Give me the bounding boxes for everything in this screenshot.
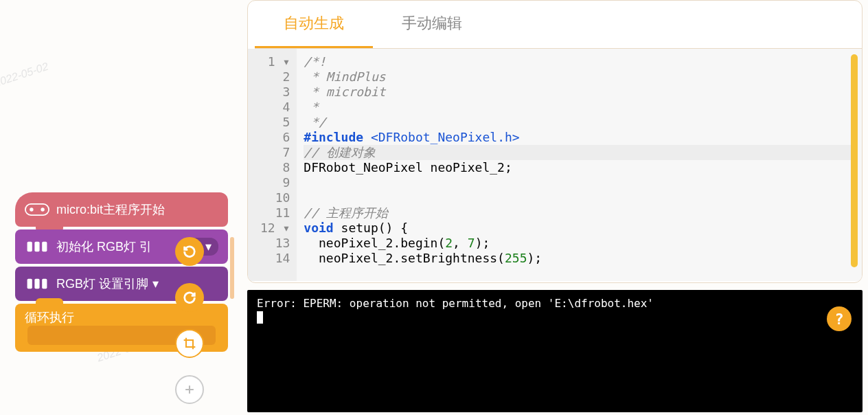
svg-rect-6 — [27, 279, 32, 289]
editor-scrollbar[interactable] — [851, 54, 858, 267]
block-label: micro:bit主程序开始 — [56, 201, 165, 218]
block-microbit-start[interactable]: micro:bit主程序开始 — [15, 192, 228, 227]
block-label: RGB灯 设置引脚 — [56, 276, 148, 292]
svg-point-1 — [30, 208, 33, 211]
svg-rect-4 — [34, 242, 39, 251]
tab-auto-generate[interactable]: 自动生成 — [255, 1, 373, 48]
svg-rect-8 — [42, 279, 47, 289]
svg-rect-3 — [27, 242, 32, 251]
watermark: 2022-05-02 — [0, 60, 50, 89]
redo-button[interactable] — [175, 283, 204, 312]
block-label: 初始化 RGB灯 引 — [56, 238, 152, 255]
chevron-down-icon: ▾ — [152, 276, 159, 291]
microbit-icon — [25, 201, 49, 218]
code-editor[interactable]: 1 ▾ 2 3 4 5 6 7 8 9 10 11 12 ▾ 13 14 /*!… — [248, 49, 862, 281]
code-content[interactable]: /*! * MindPlus * microbit * */ #include … — [297, 49, 862, 281]
crop-button[interactable] — [175, 329, 204, 358]
svg-rect-0 — [25, 204, 49, 215]
svg-rect-5 — [42, 242, 47, 251]
line-gutter: 1 ▾ 2 3 4 5 6 7 8 9 10 11 12 ▾ 13 14 — [248, 49, 297, 281]
blocks-scrollbar[interactable] — [230, 237, 234, 299]
console-error-line: Error: EPERM: operation not permitted, o… — [257, 297, 853, 310]
add-button[interactable] — [175, 375, 204, 404]
neopixel-icon — [25, 238, 49, 255]
undo-button[interactable] — [175, 237, 204, 266]
console-cursor — [257, 311, 263, 324]
help-button[interactable]: ? — [827, 306, 852, 331]
svg-rect-7 — [34, 279, 39, 289]
block-label: 循环执行 — [25, 309, 74, 326]
code-panel: 自动生成 手动编辑 1 ▾ 2 3 4 5 6 7 8 9 10 11 12 ▾… — [247, 0, 863, 283]
output-console[interactable]: Error: EPERM: operation not permitted, o… — [247, 290, 863, 412]
workspace-tools — [175, 237, 204, 404]
tab-manual-edit[interactable]: 手动编辑 — [373, 1, 491, 48]
svg-point-2 — [41, 208, 44, 211]
neopixel-icon — [25, 276, 49, 292]
code-tabs: 自动生成 手动编辑 — [255, 1, 862, 49]
